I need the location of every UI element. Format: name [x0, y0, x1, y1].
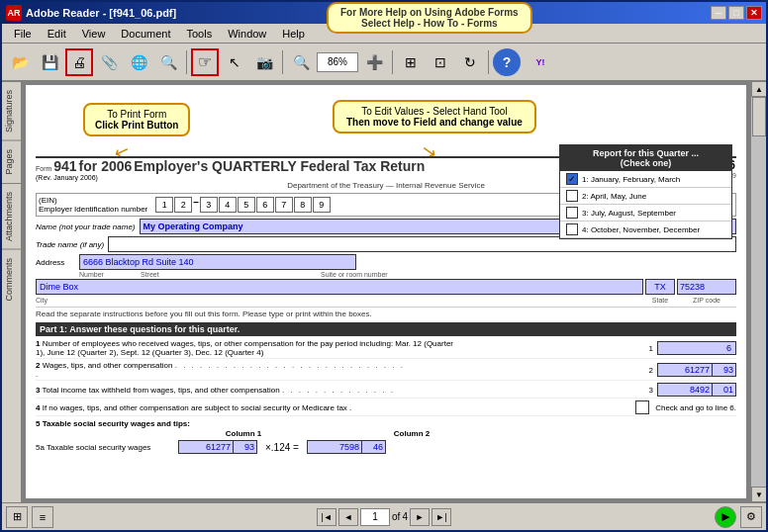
row5a-col2-main[interactable]: 7598 — [307, 440, 362, 454]
scrollbar-vertical[interactable]: ▲ ▼ — [750, 81, 766, 502]
tooltip-print-line1: To Print Form — [95, 109, 178, 120]
prev-page-button[interactable]: ◄ — [338, 508, 358, 526]
help-btn[interactable]: ? — [493, 48, 521, 76]
menu-edit[interactable]: Edit — [40, 26, 74, 42]
quarter-option-4[interactable]: 4: October, November, December — [560, 222, 731, 238]
row2-num-label: 2 — [649, 366, 653, 375]
ein-box-1[interactable]: 1 — [155, 197, 173, 213]
row3-value-main[interactable]: 8492 — [657, 383, 713, 397]
addr-city-row — [36, 279, 736, 295]
zoom-input[interactable] — [317, 52, 358, 72]
row2-desc: 2 Wages, tips, and other compensation . … — [36, 361, 412, 379]
ein-box-7[interactable]: 7 — [275, 197, 293, 213]
row4-checkbox[interactable] — [635, 400, 649, 414]
maximize-button[interactable]: □ — [728, 6, 744, 20]
status-bar: ⊞ ≡ |◄ ◄ of 4 ► ►| ▶ ⚙ — [2, 502, 766, 530]
quarter-checkbox-2[interactable] — [566, 190, 578, 202]
menu-window[interactable]: Window — [220, 26, 274, 42]
row2-value-cents[interactable]: 93 — [713, 363, 736, 377]
part1-header: Part 1: Answer these questions for this … — [36, 322, 736, 336]
ein-box-5[interactable]: 5 — [238, 197, 255, 213]
title-bar: AR Adobe Reader - [f941_06.pdf] For More… — [2, 2, 766, 24]
zoom-out-button[interactable]: 🔍 — [287, 48, 315, 76]
row1-value[interactable]: 6 — [657, 341, 736, 355]
ein-box-6[interactable]: 6 — [256, 197, 274, 213]
email-button[interactable]: 📎 — [95, 48, 123, 76]
menu-tools[interactable]: Tools — [179, 26, 221, 42]
side-panels: Signatures Pages Attachments Comments — [2, 81, 22, 502]
next-page-button[interactable]: ► — [410, 508, 430, 526]
form-subtitle: (Rev. January 2006) — [36, 174, 425, 181]
row5a-col1-main[interactable]: 61277 — [178, 440, 234, 454]
scroll-thumb[interactable] — [752, 97, 766, 136]
city-field[interactable] — [36, 279, 643, 295]
settings-button[interactable]: ⚙ — [740, 506, 762, 528]
yahoo-btn[interactable]: Y! — [523, 48, 558, 76]
sep1 — [186, 50, 187, 74]
quarter-checkbox-1[interactable]: ✓ — [566, 173, 578, 185]
title-controls: ─ □ ✕ — [711, 6, 762, 20]
first-page-button[interactable]: |◄ — [317, 508, 336, 526]
form-number: 941 — [53, 158, 76, 174]
close-button[interactable]: ✕ — [746, 6, 762, 20]
menu-view[interactable]: View — [74, 26, 114, 42]
quarter-option-1[interactable]: ✓ 1: January, February, March — [560, 171, 731, 188]
row5a-col2-cents[interactable]: 46 — [362, 440, 386, 454]
scroll-track[interactable] — [751, 97, 766, 487]
ein-box-3[interactable]: 3 — [200, 197, 218, 213]
help-bubble: For More Help on Using Adobe Forms Selec… — [327, 2, 532, 34]
zip-field[interactable] — [677, 279, 736, 295]
ein-box-4[interactable]: 4 — [219, 197, 237, 213]
row2-value-main[interactable]: 61277 — [657, 363, 713, 377]
fit-page-button[interactable]: ⊡ — [427, 48, 454, 76]
ein-box-9[interactable]: 9 — [313, 197, 331, 213]
select-tool-button[interactable]: ↖ — [221, 48, 248, 76]
page-input[interactable] — [360, 508, 390, 526]
scroll-up-button[interactable]: ▲ — [751, 81, 766, 97]
help-line2: Select Help - How To - Forms — [340, 18, 519, 29]
search-button[interactable]: 🔍 — [154, 48, 182, 76]
doc-area: To Print Form Click Print Button ↙ To Ed… — [22, 81, 766, 502]
address-label: Address — [36, 258, 75, 267]
menu-help[interactable]: Help — [274, 26, 313, 42]
quarter-checkbox-3[interactable] — [566, 207, 578, 219]
save-button[interactable]: 💾 — [36, 48, 63, 76]
ein-box-2[interactable]: 2 — [174, 197, 192, 213]
ein-box-8[interactable]: 8 — [294, 197, 312, 213]
ein-label: (EIN) Employer Identification number — [39, 196, 147, 214]
hand-tool-button[interactable]: ☞ — [191, 48, 219, 76]
signatures-tab[interactable]: Signatures — [2, 81, 21, 140]
scroll-down-button[interactable]: ▼ — [751, 487, 766, 502]
open-button[interactable]: 📂 — [6, 48, 34, 76]
row5a-col1-cents[interactable]: 93 — [234, 440, 257, 454]
part-row-1: 1 Number of employees who received wages… — [36, 338, 736, 359]
sep4 — [488, 50, 489, 74]
audio-button[interactable]: ▶ — [715, 506, 736, 528]
comments-tab[interactable]: Comments — [2, 249, 21, 310]
state-field[interactable] — [645, 279, 675, 295]
address-field[interactable] — [79, 254, 356, 270]
print-button[interactable]: 🖨 — [65, 48, 93, 76]
menu-document[interactable]: Document — [113, 26, 178, 42]
minimize-button[interactable]: ─ — [711, 6, 726, 20]
browse-button[interactable]: 🌐 — [125, 48, 152, 76]
form-title-area: Form 941 for 2006 Employer's QUARTERLY F… — [36, 158, 425, 181]
menu-file[interactable]: File — [6, 26, 40, 42]
quarter-checkbox-4[interactable] — [566, 223, 578, 235]
quarter-option-3[interactable]: 3: July, August, September — [560, 205, 731, 222]
rotate-button[interactable]: ↻ — [456, 48, 484, 76]
attachments-tab[interactable]: Attachments — [2, 183, 21, 249]
last-page-button[interactable]: ►| — [432, 508, 451, 526]
row4-check-label: Check and go to line 6. — [655, 403, 736, 412]
properties-button[interactable]: ⊞ — [6, 506, 28, 528]
page-layout-button[interactable]: ⊞ — [397, 48, 425, 76]
page-total: 4 — [402, 511, 408, 522]
row4-desc: 4 If no wages, tips, and other compensat… — [36, 403, 412, 412]
form-title-text: Employer's QUARTERLY Federal Tax Return — [134, 158, 425, 174]
quarter-option-2[interactable]: 2: April, May, June — [560, 188, 731, 205]
row3-value-cents[interactable]: 01 — [713, 383, 736, 397]
snapshot-button[interactable]: 📷 — [250, 48, 278, 76]
layers-button[interactable]: ≡ — [32, 506, 53, 528]
zoom-in-button[interactable]: ➕ — [360, 48, 388, 76]
pages-tab[interactable]: Pages — [2, 140, 21, 183]
